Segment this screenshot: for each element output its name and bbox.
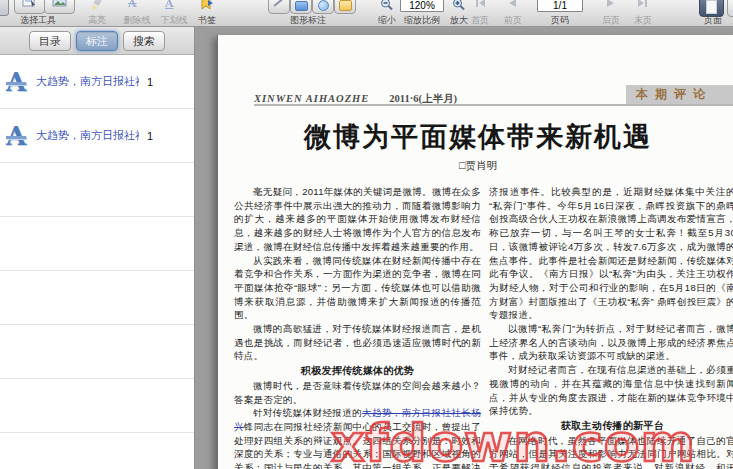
main-area: 目录 标注 搜索 A 大趋势，南方日报社社长 1 A 大趋势，南方日报社社长 1	[0, 27, 733, 469]
next-page-label: 后页	[598, 14, 624, 27]
document-viewport[interactable]: XINWEN AIHAOZHE2011·6(上半月) 本期评论 微博为平面媒体带…	[195, 27, 733, 469]
line-shape-icon	[273, 0, 285, 11]
first-page-label: 首页	[467, 14, 493, 27]
zoom-in-icon[interactable]	[452, 0, 465, 11]
annotation-list-item[interactable]: A 大趋势，南方日报社社长 1	[0, 109, 194, 163]
main-toolbar: 选择工具 高亮 A 删除线 A 下划线 书签 图形标注 缩小 缩放比例 放大	[0, 0, 733, 27]
note-shape-button[interactable]	[334, 0, 356, 14]
sidebar-tabbar: 目录 标注 搜索	[0, 27, 194, 55]
section-subheading: 积极发挥传统媒体的优势	[234, 364, 481, 378]
facing-page-view-button[interactable]	[727, 0, 733, 17]
paragraph: 济报道事件。比较典型的是，近期财经媒体集中关注的“私奔门”事件。今年5月16日深…	[489, 185, 733, 322]
article-author: □贾肖明	[218, 159, 733, 173]
paragraph: 以微博“私奔门”为转折点，对于财经记者而言，微博上经济界名人的言谈动向，以及微博…	[489, 322, 733, 363]
underline-label: 下划线	[156, 14, 192, 27]
annotation-text: 大趋势，南方日报社社长	[36, 74, 139, 89]
section-badge: 本期评论	[626, 85, 733, 104]
note-shape-icon	[339, 0, 352, 11]
underline-icon[interactable]: A	[165, 0, 174, 9]
paragraph-text: 针对传统媒体财经报道的	[253, 407, 362, 418]
page-number-input[interactable]	[537, 0, 583, 12]
highlight-label: 高亮	[84, 14, 110, 27]
annotation-list-empty-row	[0, 433, 194, 469]
rectangle-shape-icon	[295, 1, 308, 11]
page-view-label: 页面	[700, 14, 726, 27]
tab-search[interactable]: 搜索	[123, 31, 165, 51]
paragraph: 对财经记者而言，在现有信息渠道的基础上，必须重视微博的动向，并在其蕴藏的海量信息…	[489, 363, 733, 418]
article-title: 微博为平面媒体带来新机遇	[218, 119, 733, 155]
header-rule	[254, 104, 733, 106]
rectangle-shape-button[interactable]	[290, 0, 312, 14]
last-page-icon[interactable]	[637, 0, 649, 8]
prev-page-icon[interactable]	[507, 0, 517, 8]
tab-contents[interactable]: 目录	[29, 31, 71, 51]
paragraph-text: 锋同志在同报社经济新闻中心的员工交流时，曾提出了处理好四组关系的辩证观点。这四组…	[234, 421, 481, 469]
single-page-icon	[706, 0, 717, 14]
paragraph: 微博的高歌猛进，对于传统媒体财经报道而言，是机遇也是挑战，而财经记者，也必须迅速…	[234, 322, 481, 363]
zoom-ratio-input[interactable]	[400, 0, 444, 12]
journal-issue: 2011·6(上半月)	[389, 93, 457, 104]
strikeout-annotation-icon: A	[6, 69, 36, 95]
select-image-tool-button[interactable]	[44, 0, 75, 14]
bookmark-label: 书签	[194, 14, 220, 27]
paragraph: 微博时代，是否意味着传统媒体的空间会越来越小？答案是否定的。	[234, 379, 481, 406]
image-select-icon	[52, 0, 67, 11]
paragraph: 在网络时代，虽然各平面媒体也陆续开通了自己的官方网站，但是其关注度和影响力无法同…	[489, 434, 733, 469]
annotation-page-number: 1	[147, 76, 153, 88]
zoom-out-icon[interactable]	[380, 0, 393, 11]
body-left-column: 毫无疑问，2011年媒体的关键词是微博。微博在众多公共经济事件中展示出强大的推动…	[234, 185, 481, 469]
body-right-column: 济报道事件。比较典型的是，近期财经媒体集中关注的“私奔门”事件。今年5月16日深…	[489, 185, 733, 469]
annotation-list: A 大趋势，南方日报社社长 1 A 大趋势，南方日报社社长 1	[0, 55, 194, 469]
next-page-icon[interactable]	[606, 0, 616, 8]
paragraph: 毫无疑问，2011年媒体的关键词是微博。微博在众多公共经济事件中展示出强大的推动…	[234, 185, 481, 254]
circle-shape-icon	[318, 0, 329, 11]
annotation-text: 大趋势，南方日报社社长	[36, 128, 139, 143]
select-text-tool-button[interactable]	[14, 0, 45, 14]
first-page-icon[interactable]	[474, 0, 486, 8]
highlight-icon[interactable]	[90, 0, 104, 10]
paragraph-with-annotation: 针对传统媒体财经报道的大趋势，南方日报社社长杨兴锋同志在同报社经济新闻中心的员工…	[234, 406, 481, 469]
annotation-list-empty-row	[0, 379, 194, 433]
section-subheading: 获取主动传播的新平台	[489, 419, 733, 433]
annotation-list-empty-row	[0, 271, 194, 325]
tab-annotations[interactable]: 标注	[76, 31, 118, 51]
strikeout-label: 删除线	[119, 14, 155, 27]
zoom-ratio-label: 缩放比例	[397, 14, 447, 27]
journal-name: XINWEN AIHAOZHE	[254, 93, 369, 104]
annotation-list-empty-row	[0, 163, 194, 217]
prev-page-label: 前页	[500, 14, 526, 27]
shapes-label: 图形标注	[278, 14, 338, 27]
last-page-label: 末页	[630, 14, 656, 27]
circle-shape-button[interactable]	[312, 0, 334, 14]
strikeout-icon[interactable]: A	[128, 0, 137, 9]
pdf-page: XINWEN AIHAOZHE2011·6(上半月) 本期评论 微博为平面媒体带…	[217, 35, 733, 469]
sidebar: 目录 标注 搜索 A 大趋势，南方日报社社长 1 A 大趋势，南方日报社社长 1	[0, 27, 195, 469]
strikeout-annotation-icon: A	[6, 123, 36, 149]
article-body: 毫无疑问，2011年媒体的关键词是微博。微博在众多公共经济事件中展示出强大的推动…	[234, 185, 733, 469]
page-number-label: 页码	[547, 14, 573, 27]
annotation-page-number: 1	[147, 130, 153, 142]
select-tools-label: 选择工具	[8, 14, 68, 27]
bookmark-icon[interactable]	[200, 0, 214, 10]
line-shape-button[interactable]	[268, 0, 290, 14]
text-select-icon	[22, 0, 37, 11]
annotation-list-item[interactable]: A 大趋势，南方日报社社长 1	[0, 55, 194, 109]
paragraph: 从实践来看，微博同传统媒体在财经新闻传播中存在着竞争和合作关系，一方面作为渠道的…	[234, 254, 481, 323]
annotation-list-empty-row	[0, 217, 194, 271]
annotation-list-empty-row	[0, 325, 194, 379]
